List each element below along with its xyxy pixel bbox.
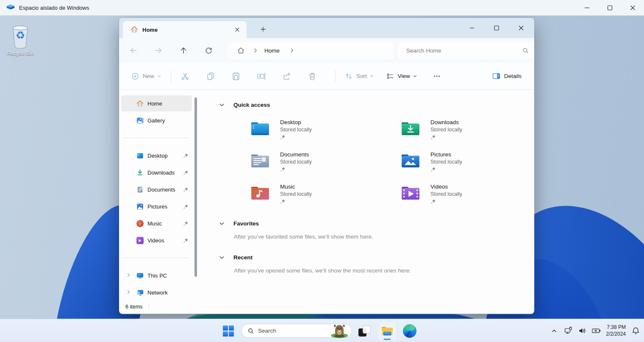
taskbar-edge-button[interactable] (401, 323, 418, 339)
sidebar-scrollbar[interactable] (194, 97, 197, 277)
section-favorites-header[interactable]: Favorites (219, 218, 259, 229)
gallery-icon (136, 117, 144, 124)
breadcrumb-home-icon[interactable] (237, 47, 245, 55)
up-button[interactable] (177, 44, 189, 57)
ellipsis-icon (433, 72, 441, 81)
forward-button[interactable] (152, 44, 164, 57)
explorer-close-button[interactable] (511, 22, 531, 34)
sidebar-item-downloads[interactable]: Downloads (121, 164, 192, 181)
this-pc-icon (136, 272, 144, 279)
chevron-right-icon[interactable] (125, 289, 131, 295)
pin-icon (430, 167, 436, 172)
sandbox-minimize-button[interactable] (575, 0, 598, 15)
sidebar-item-home[interactable]: Home (121, 95, 192, 111)
search-box[interactable] (398, 43, 534, 58)
details-button-label: Details (504, 73, 522, 79)
section-recent-header[interactable]: Recent (219, 252, 253, 263)
downloads-icon (136, 169, 144, 176)
sidebar-item-desktop[interactable]: Desktop (121, 147, 192, 164)
breadcrumb-bar[interactable]: Home (228, 43, 393, 58)
sidebar-item-pictures[interactable]: Pictures (121, 198, 192, 214)
task-view-button[interactable] (356, 323, 373, 339)
tile-pictures[interactable]: Pictures Stored locally (401, 151, 551, 175)
tray-notifications-button[interactable] (630, 325, 641, 337)
explorer-tab-home[interactable]: Home (123, 21, 247, 38)
taskbar-search-button[interactable]: Search (241, 324, 352, 338)
music-folder-icon (250, 184, 270, 200)
new-tab-button[interactable] (258, 24, 269, 35)
cut-button[interactable] (177, 69, 194, 84)
sidebar-item-music[interactable]: ♪ Music (121, 215, 192, 231)
network-icon (136, 289, 144, 296)
notification-bell-icon (631, 326, 640, 335)
content-pane: Quick access Desktop (200, 90, 534, 300)
sort-button[interactable]: Sort (341, 69, 378, 84)
new-button[interactable]: New (128, 69, 165, 84)
sidebar-item-this-pc[interactable]: This PC (121, 267, 192, 284)
back-arrow-icon (129, 46, 138, 55)
sandbox-maximize-button[interactable] (598, 0, 621, 15)
tray-battery-button[interactable] (591, 325, 601, 337)
toolbar-divider (335, 70, 336, 82)
sandbox-close-button[interactable] (621, 0, 644, 15)
sandbox-titlebar: Espacio aislado de Windows (0, 0, 644, 16)
start-button[interactable] (220, 323, 237, 339)
forward-arrow-icon (154, 46, 163, 55)
chevron-down-icon (219, 254, 225, 261)
refresh-icon (205, 47, 213, 55)
tile-videos[interactable]: Videos Stored locally (401, 184, 551, 208)
rename-button[interactable] (253, 69, 270, 84)
sidebar-item-network[interactable]: Network (121, 284, 192, 300)
documents-folder-icon (250, 152, 270, 168)
tile-name: Desktop (280, 119, 312, 125)
explorer-minimize-button[interactable] (462, 22, 482, 34)
refresh-button[interactable] (203, 44, 215, 57)
sort-icon (344, 72, 353, 81)
maximize-icon (607, 5, 613, 11)
up-arrow-icon (179, 46, 188, 55)
ethernet-network-icon (564, 326, 573, 335)
tile-music[interactable]: Music Stored locally (250, 184, 401, 208)
pin-icon (183, 153, 189, 158)
back-button[interactable] (127, 44, 139, 57)
recycle-bin-shortcut[interactable]: ♻ Recycle Bin (5, 22, 36, 56)
music-icon: ♪ (136, 220, 144, 227)
desktop-icon (136, 152, 144, 159)
search-input[interactable] (405, 47, 522, 54)
view-button-label: View (398, 73, 410, 79)
videos-icon: ▶ (136, 237, 144, 244)
paste-button[interactable] (228, 69, 244, 84)
details-button[interactable]: Details (488, 69, 526, 84)
breadcrumb-item-home[interactable]: Home (264, 47, 280, 54)
sidebar-item-gallery[interactable]: Gallery (121, 112, 192, 128)
taskbar-file-explorer-button[interactable] (378, 321, 397, 341)
more-options-button[interactable] (428, 69, 445, 84)
tile-name: Documents (280, 151, 312, 158)
tray-volume-button[interactable] (577, 325, 587, 337)
tray-show-hidden-icons-button[interactable] (549, 325, 559, 337)
chevron-right-icon[interactable] (125, 272, 131, 278)
copy-button[interactable] (202, 69, 219, 84)
tab-close-button[interactable] (232, 25, 242, 35)
share-button[interactable] (278, 69, 295, 84)
tile-documents[interactable]: Documents Stored locally (250, 151, 401, 175)
toolbar-divider (171, 70, 171, 82)
tray-clock[interactable]: 7:38 PM 2/2/2024 (605, 324, 627, 337)
tile-desktop[interactable]: Desktop Stored locally (250, 119, 401, 143)
pin-icon (280, 134, 286, 140)
tile-downloads[interactable]: Downloads Stored locally (401, 119, 551, 143)
view-button[interactable]: View (383, 69, 421, 84)
delete-button[interactable] (304, 69, 321, 84)
section-quick-access-header[interactable]: Quick access (219, 99, 270, 110)
sidebar-item-videos[interactable]: ▶ Videos (121, 232, 192, 248)
pin-icon (280, 167, 286, 172)
explorer-maximize-button[interactable] (487, 22, 506, 34)
chevron-right-icon (253, 47, 258, 53)
cut-icon (180, 72, 190, 81)
chevron-up-icon (551, 328, 557, 334)
home-icon (136, 100, 144, 107)
tray-network-button[interactable] (563, 325, 573, 337)
sidebar-item-label: Documents (147, 186, 175, 193)
sidebar-item-documents[interactable]: Documents (121, 181, 192, 197)
recycle-bin-icon: ♻ (8, 22, 33, 50)
